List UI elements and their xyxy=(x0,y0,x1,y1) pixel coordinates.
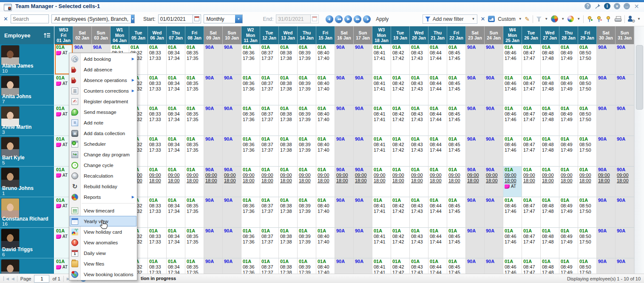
day-header[interactable]: Wed13 Jan xyxy=(279,26,298,44)
pin-icon[interactable] xyxy=(605,16,612,23)
schedule-cell[interactable]: 01A08:3717:37 xyxy=(260,258,279,274)
sort-icon[interactable] xyxy=(43,32,51,38)
schedule-cell[interactable]: 01A08:4217:42 xyxy=(391,136,410,167)
schedule-cell[interactable]: 90A09:0018:00 xyxy=(485,167,503,197)
schedule-cell[interactable]: 01A08:4017:40 xyxy=(316,105,335,136)
collapse-icon[interactable]: ▾ xyxy=(614,3,620,9)
schedule-cell[interactable]: 01A08:3417:34 xyxy=(167,105,185,136)
color-sphere-icon[interactable] xyxy=(567,16,574,22)
schedule-cell[interactable]: 90A xyxy=(616,105,634,136)
day-header[interactable]: Thu28 Jan xyxy=(559,26,578,44)
schedule-cell[interactable]: 01A08:4617:46 xyxy=(503,228,522,258)
schedule-cell[interactable]: 01A08:3517:35 xyxy=(185,197,204,228)
schedule-cell[interactable]: 90A xyxy=(485,258,503,274)
schedule-cell[interactable]: 01A08:3417:34 xyxy=(167,136,185,167)
print-icon[interactable] xyxy=(615,16,621,22)
schedule-cell[interactable]: 01A08:4317:43 xyxy=(410,75,428,105)
schedule-cell[interactable]: 01A08:4517:45 xyxy=(447,75,466,105)
schedule-cell[interactable]: 01A08:4917:49 xyxy=(559,105,578,136)
schedule-cell[interactable]: 90A xyxy=(466,44,485,75)
schedule-cell[interactable]: 01A08:4917:49 xyxy=(559,228,578,258)
day-header[interactable]: Wed27 Jan xyxy=(541,26,559,44)
menu-item-rebuild-holiday[interactable]: Rebuild holiday xyxy=(70,181,136,192)
schedule-cell[interactable]: 01A08:4817:48 xyxy=(541,197,559,228)
schedule-cell[interactable]: 01A09:0018:00 xyxy=(541,167,559,197)
day-header[interactable]: Tue12 Jan xyxy=(260,26,279,44)
apply-button[interactable]: Apply xyxy=(376,16,389,22)
day-header[interactable]: Fri29 Jan xyxy=(578,26,597,44)
schedule-cell[interactable]: 90A xyxy=(466,258,485,274)
chevron-down-icon[interactable]: ▼ xyxy=(545,17,548,21)
schedule-cell[interactable]: 01A08:3917:39 xyxy=(298,258,316,274)
add-filter-combo[interactable]: Add new filter ▼ xyxy=(423,14,478,24)
schedule-cell[interactable]: 90A xyxy=(485,44,503,75)
schedule-cell[interactable]: 01A08:4817:48 xyxy=(541,258,559,274)
schedule-cell[interactable]: 90A xyxy=(223,136,241,167)
menu-item-view-booking-locations[interactable]: View booking locations xyxy=(70,269,136,280)
schedule-cell[interactable]: 01A08:4917:49 xyxy=(559,44,578,75)
schedule-cell[interactable]: 01A08:4517:45 xyxy=(447,44,466,75)
schedule-cell[interactable]: 90A xyxy=(223,44,241,75)
schedule-cell[interactable]: 90A xyxy=(354,258,372,274)
schedule-cell[interactable]: 01A09:0018:00AT xyxy=(503,167,522,197)
schedule-cell[interactable]: 90A xyxy=(485,75,503,105)
schedule-cell[interactable]: 01A08:3917:39 xyxy=(298,44,316,75)
schedule-cell[interactable]: 90A xyxy=(354,105,372,136)
schedule-cell[interactable]: 90A09:0018:00 xyxy=(597,167,616,197)
schedule-cell[interactable]: 90A xyxy=(616,75,634,105)
schedule-cell[interactable]: 01A08:3517:35 xyxy=(185,75,204,105)
chevron-down-icon[interactable]: ▼ xyxy=(561,17,565,21)
calendar-icon[interactable] xyxy=(193,14,201,23)
menu-item-register-department[interactable]: Register department xyxy=(70,96,136,107)
schedule-cell[interactable]: 90A09:0018:00 xyxy=(466,167,485,197)
schedule-cell[interactable]: 90A xyxy=(223,75,241,105)
menu-item-daily-view[interactable]: Daily view xyxy=(70,248,136,258)
schedule-cell[interactable]: 01A08:3917:39 xyxy=(298,75,316,105)
schedule-cell[interactable]: 90A xyxy=(223,258,241,274)
schedule-cell[interactable]: 90A xyxy=(223,105,241,136)
pin-icon[interactable] xyxy=(594,3,601,9)
schedule-cell[interactable]: 90A xyxy=(485,197,503,228)
schedule-cell[interactable]: 01A08:3817:38 xyxy=(279,136,298,167)
day-header[interactable]: Sat02 Jan xyxy=(73,26,92,44)
last-period-button[interactable]: ▕▶ xyxy=(363,15,371,23)
current-period-button[interactable]: ▶ xyxy=(344,15,352,23)
schedule-cell[interactable]: 01A08:3817:38 xyxy=(279,197,298,228)
day-header[interactable]: W53Fri01 Jan xyxy=(54,26,73,44)
menu-item-view-files[interactable]: View files xyxy=(70,258,136,269)
schedule-cell[interactable]: 90A xyxy=(616,228,634,258)
schedule-cell[interactable]: 01A08:3617:36 xyxy=(241,258,260,274)
employee-cell[interactable] xyxy=(0,258,54,274)
search-input[interactable] xyxy=(11,14,49,23)
schedule-cell[interactable]: 90A xyxy=(616,258,634,274)
schedule-cell[interactable]: 01A08:3917:39 xyxy=(298,105,316,136)
employee-column-header[interactable]: Employee xyxy=(0,26,54,44)
chevron-down-icon[interactable]: ▼ xyxy=(131,15,134,23)
schedule-cell[interactable]: 01A08:4717:47 xyxy=(522,105,541,136)
menu-item-view-anomalies[interactable]: View anomalies xyxy=(70,237,136,248)
schedule-cell[interactable]: 01A08:4317:43 xyxy=(410,105,428,136)
menu-item-scheduler[interactable]: Scheduler xyxy=(70,139,136,149)
schedule-cell[interactable]: 90A xyxy=(597,228,616,258)
schedule-cell[interactable]: 01A08:3517:35 xyxy=(185,44,204,75)
schedule-cell[interactable]: 01A09:0018:00 xyxy=(167,167,185,197)
schedule-cell[interactable]: 01A08:5017:50 xyxy=(578,228,597,258)
schedule-cell[interactable]: 01A08:4417:44 xyxy=(428,44,447,75)
schedule-cell[interactable]: 01A09:0018:00 xyxy=(298,167,316,197)
user-settings-icon[interactable]: ⚙ xyxy=(628,16,634,22)
schedule-cell[interactable]: 90A xyxy=(466,228,485,258)
schedule-cell[interactable]: 01A08:3417:34 xyxy=(167,44,185,75)
close-icon[interactable]: ✕ xyxy=(633,3,640,9)
schedule-cell[interactable]: 90A xyxy=(335,75,354,105)
remove-filter-icon[interactable]: ✕ xyxy=(480,16,485,22)
schedule-cell[interactable]: 01A08:4517:45 xyxy=(447,228,466,258)
chevron-down-icon[interactable]: ▼ xyxy=(637,17,641,21)
schedule-cell[interactable]: 01A08:4917:49 xyxy=(559,136,578,167)
schedule-cell[interactable]: 01A08:4717:47 xyxy=(522,44,541,75)
schedule-cell[interactable]: 01A08:3317:33 xyxy=(148,136,167,167)
day-header[interactable]: Thu21 Jan xyxy=(428,26,447,44)
schedule-cell[interactable]: 90A xyxy=(616,44,634,75)
edit-pencil-icon[interactable]: ✎ xyxy=(525,16,530,23)
schedule-cell[interactable]: 90A xyxy=(354,75,372,105)
schedule-cell[interactable]: 01A08:4817:48 xyxy=(541,105,559,136)
